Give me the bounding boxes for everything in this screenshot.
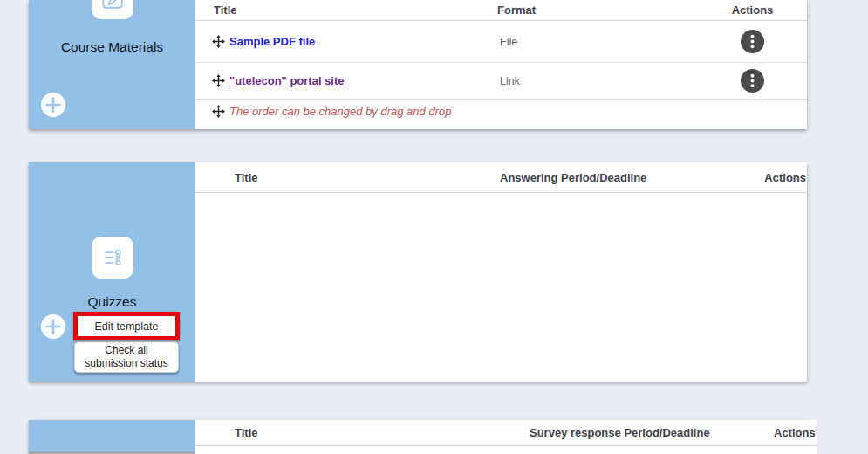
column-header-period: Survey response Period/Deadline — [530, 420, 774, 445]
surveys-sidebar-block — [29, 420, 195, 451]
drag-drop-note-row: The order can be changed by drag and dro… — [195, 100, 807, 131]
surveys-sidebar — [29, 420, 195, 454]
material-link[interactable]: Sample PDF file — [229, 35, 315, 48]
check-all-label-line1: Check all — [105, 344, 147, 357]
add-course-material-button[interactable] — [41, 93, 65, 117]
table-row: Sample PDF file File — [195, 21, 807, 63]
course-materials-table: Title Format Actions Sample PDF file Fil… — [195, 0, 807, 129]
section-title: Course Materials — [29, 39, 195, 55]
section-course-materials: Course Materials Title Format Actions Sa… — [29, 0, 807, 129]
column-header-period: Answering Period/Deadline — [500, 162, 701, 192]
kebab-icon — [740, 29, 765, 54]
drag-handle-icon[interactable] — [212, 74, 225, 87]
column-header-actions: Actions — [698, 0, 807, 20]
quizzes-table: Title Answering Period/Deadline Actions — [195, 162, 807, 382]
column-header-actions: Actions — [774, 420, 817, 445]
plus-icon — [45, 97, 61, 113]
course-materials-icon — [92, 0, 133, 19]
course-admin-page: { "colors": { "page_background": "#e9eef… — [0, 0, 868, 454]
table-row: "utelecon" portal site Link — [195, 63, 807, 100]
format-cell: Link — [489, 75, 698, 87]
edit-template-label: Edit template — [95, 320, 159, 333]
surveys-table: Title Survey response Period/Deadline Ac… — [195, 420, 817, 454]
actions-menu-button[interactable] — [740, 68, 765, 93]
course-materials-sidebar: Course Materials — [29, 0, 195, 129]
edit-template-button[interactable]: Edit template — [73, 312, 180, 340]
kebab-icon — [740, 68, 765, 93]
drag-handle-icon — [212, 105, 225, 118]
column-header-actions: Actions — [701, 162, 807, 192]
quiz-list-icon — [99, 244, 126, 271]
column-header-title: Title — [195, 162, 500, 192]
plus-icon — [45, 319, 61, 334]
edit-pencil-icon — [99, 0, 126, 11]
format-cell: File — [489, 36, 698, 48]
column-header-format: Format — [489, 0, 698, 20]
table-header-row: Title Answering Period/Deadline Actions — [195, 162, 807, 193]
drag-drop-note: The order can be changed by drag and dro… — [229, 105, 451, 118]
section-title: Quizzes — [29, 294, 195, 310]
section-quizzes: Quizzes Edit template Check all submissi… — [29, 162, 807, 382]
table-header-row: Title Survey response Period/Deadline Ac… — [195, 420, 817, 446]
column-header-title: Title — [195, 0, 489, 20]
section-surveys: Title Survey response Period/Deadline Ac… — [29, 420, 807, 454]
check-all-label-line2: submission status — [85, 357, 167, 370]
actions-menu-button[interactable] — [740, 29, 765, 54]
column-header-title: Title — [195, 420, 530, 445]
add-quiz-button[interactable] — [41, 314, 65, 339]
table-header-row: Title Format Actions — [195, 0, 807, 21]
quizzes-sidebar: Quizzes Edit template Check all submissi… — [29, 162, 195, 382]
material-link[interactable]: "utelecon" portal site — [229, 74, 345, 87]
check-all-submission-status-button[interactable]: Check all submission status — [74, 341, 179, 373]
drag-handle-icon[interactable] — [212, 35, 225, 48]
quiz-icon — [92, 237, 133, 279]
